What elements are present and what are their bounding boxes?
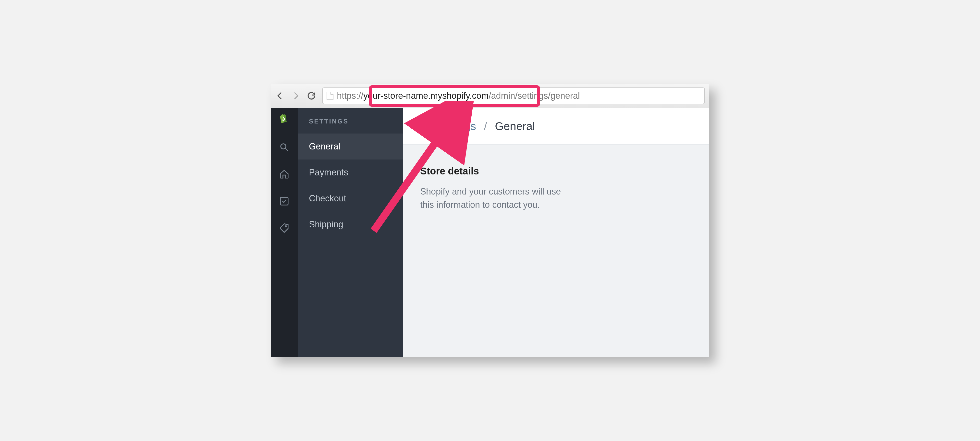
url-text: https://your-store-name.myshopify.com/ad… [337, 91, 580, 101]
gear-icon [418, 120, 430, 132]
breadcrumb-separator: / [484, 119, 487, 133]
address-bar[interactable]: https://your-store-name.myshopify.com/ad… [322, 88, 705, 104]
sidebar-item-label: General [309, 142, 340, 151]
sidebar-item-label: Payments [309, 167, 348, 177]
sidebar-item-shipping[interactable]: Shipping [298, 212, 403, 237]
main-header: Settings / General [403, 108, 709, 145]
app-shell: SETTINGS General Payments Checkout Shipp… [271, 108, 709, 357]
back-button[interactable] [275, 91, 285, 101]
url-suffix: /admin/settings/general [489, 91, 580, 101]
main-panel: Settings / General Store details Shopify… [403, 108, 709, 357]
checkbox-icon[interactable] [279, 196, 290, 206]
svg-point-3 [285, 226, 286, 227]
screenshot-frame: https://your-store-name.myshopify.com/ad… [271, 84, 709, 357]
breadcrumb-current: General [495, 119, 535, 133]
sidebar-item-payments[interactable]: Payments [298, 159, 403, 185]
left-rail [271, 108, 298, 357]
breadcrumb-link[interactable]: Settings [435, 119, 476, 133]
sidebar-item-label: Shipping [309, 219, 343, 229]
page-icon [326, 92, 333, 100]
section-title: Store details [420, 166, 692, 177]
sidebar-item-general[interactable]: General [298, 134, 403, 159]
section-description: Shopify and your customers will use this… [420, 185, 577, 212]
url-prefix: https:// [337, 91, 363, 101]
tag-icon[interactable] [279, 223, 290, 233]
svg-rect-2 [280, 197, 288, 205]
search-icon[interactable] [279, 142, 290, 152]
main-body: Store details Shopify and your customers… [403, 145, 709, 232]
forward-button[interactable] [291, 91, 301, 101]
shopify-logo-icon[interactable] [279, 113, 290, 124]
browser-toolbar: https://your-store-name.myshopify.com/ad… [271, 84, 709, 108]
reload-button[interactable] [307, 91, 316, 101]
url-domain: your-store-name.myshopify.com [363, 91, 489, 101]
sidebar-title: SETTINGS [298, 118, 403, 134]
home-icon[interactable] [279, 169, 290, 179]
svg-point-1 [281, 144, 286, 149]
settings-sidebar: SETTINGS General Payments Checkout Shipp… [298, 108, 403, 357]
sidebar-item-label: Checkout [309, 193, 346, 203]
sidebar-item-checkout[interactable]: Checkout [298, 185, 403, 212]
